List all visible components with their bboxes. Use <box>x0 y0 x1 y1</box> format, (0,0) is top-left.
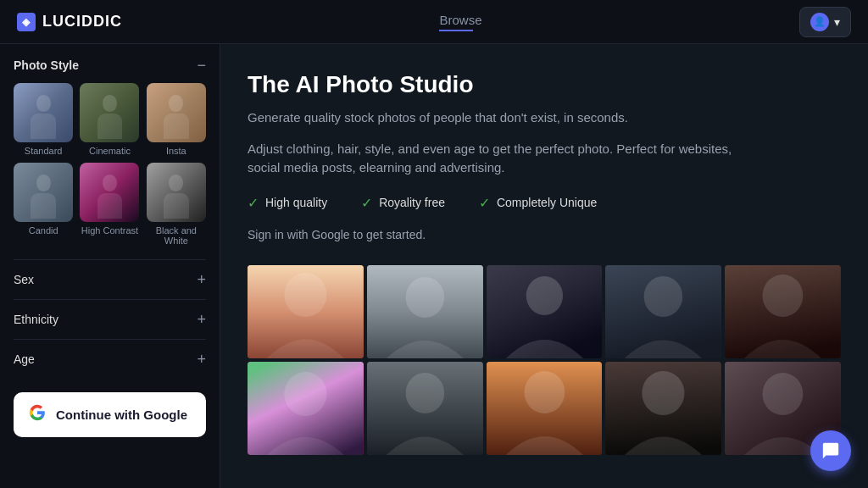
style-label-bw: Black and White <box>147 225 206 246</box>
style-item-bw[interactable]: Black and White <box>147 163 206 246</box>
user-button[interactable]: 👤 ▾ <box>799 7 851 37</box>
ethnicity-label: Ethnicity <box>14 313 58 326</box>
style-thumb-standard <box>14 83 73 142</box>
logo-icon: ◈ <box>17 13 36 31</box>
svg-point-3 <box>405 277 444 318</box>
browse-label[interactable]: Browse <box>439 13 481 27</box>
photo-style-title: Photo Style <box>14 58 79 72</box>
style-label-standard: Standard <box>25 146 63 156</box>
photo-style-grid: Standard Cinematic Insta C <box>14 83 206 246</box>
hero-desc2: Adjust clothing, hair, style, and even a… <box>248 140 756 178</box>
age-expand-icon[interactable]: + <box>197 352 206 367</box>
style-thumb-insta <box>147 83 206 142</box>
style-item-highcontrast[interactable]: High Contrast <box>80 163 139 246</box>
check-icon-2: ✓ <box>361 195 372 211</box>
photo-cell-3 <box>487 265 603 358</box>
photo-grid <box>248 265 841 455</box>
style-item-cinematic[interactable]: Cinematic <box>80 83 139 156</box>
photo-cell-6 <box>248 362 364 455</box>
photo-cell-1 <box>248 265 364 358</box>
photo-cell-7 <box>367 362 483 455</box>
style-item-insta[interactable]: Insta <box>147 83 206 156</box>
google-logo-icon <box>29 404 46 425</box>
style-thumb-bw <box>147 163 206 222</box>
hero-section: The AI Photo Studio Generate quality sto… <box>248 71 841 241</box>
style-thumb-cinematic <box>80 83 139 142</box>
sex-label: Sex <box>14 273 34 286</box>
logo: ◈ LUCIDDIC <box>17 13 122 31</box>
feature-unique-label: Completely Unique <box>497 196 597 209</box>
photo-style-collapse-icon[interactable]: − <box>197 58 206 73</box>
feature-royalty-label: Royality free <box>379 196 445 209</box>
style-label-highcontrast: High Contrast <box>81 225 138 236</box>
svg-point-5 <box>526 276 562 315</box>
browse-nav[interactable]: Browse <box>439 13 481 31</box>
photo-cell-5 <box>725 265 841 358</box>
user-dropdown-icon: ▾ <box>834 15 840 29</box>
check-icon-3: ✓ <box>479 195 490 211</box>
age-label: Age <box>14 352 35 366</box>
google-btn-text: Continue with Google <box>56 408 187 422</box>
photo-cell-4 <box>605 265 721 358</box>
signin-text: Sign in with Google to get started. <box>248 228 841 241</box>
style-label-insta: Insta <box>166 146 186 156</box>
feature-quality-label: High quality <box>265 196 327 209</box>
features-list: ✓ High quality ✓ Royality free ✓ Complet… <box>248 195 841 211</box>
header: ◈ LUCIDDIC Browse 👤 ▾ <box>0 0 868 44</box>
photo-style-section-header: Photo Style − <box>14 58 206 73</box>
check-icon-1: ✓ <box>248 195 259 211</box>
style-label-cinematic: Cinematic <box>89 146 131 156</box>
photo-cell-8 <box>487 362 603 455</box>
svg-point-11 <box>284 372 326 416</box>
svg-point-1 <box>284 273 326 317</box>
sex-expand-icon[interactable]: + <box>197 272 206 287</box>
age-section[interactable]: Age + <box>14 339 206 379</box>
feature-quality: ✓ High quality <box>248 195 327 211</box>
sex-section[interactable]: Sex + <box>14 259 206 299</box>
google-btn-container: Continue with Google <box>14 392 206 444</box>
app-name: LUCIDDIC <box>42 13 122 30</box>
main-layout: Photo Style − Standard Cinematic <box>0 44 868 488</box>
svg-point-9 <box>763 274 804 317</box>
svg-point-13 <box>405 373 444 413</box>
user-avatar: 👤 <box>810 13 829 31</box>
style-label-candid: Candid <box>29 225 58 236</box>
content-area: The AI Photo Studio Generate quality sto… <box>220 44 868 488</box>
google-signin-button[interactable]: Continue with Google <box>14 392 206 437</box>
hero-desc1: Generate quality stock photos of people … <box>248 108 756 128</box>
svg-point-17 <box>643 371 685 415</box>
photo-cell-9 <box>605 362 721 455</box>
chat-button[interactable] <box>810 430 851 471</box>
header-right: 👤 ▾ <box>799 7 851 37</box>
hero-title: The AI Photo Studio <box>248 71 841 98</box>
style-item-candid[interactable]: Candid <box>14 163 73 246</box>
ethnicity-expand-icon[interactable]: + <box>197 312 206 327</box>
svg-point-19 <box>763 373 804 415</box>
feature-unique: ✓ Completely Unique <box>479 195 597 211</box>
nav-indicator <box>439 30 473 31</box>
photo-cell-2 <box>367 265 483 358</box>
feature-royalty: ✓ Royality free <box>361 195 445 211</box>
ethnicity-section[interactable]: Ethnicity + <box>14 299 206 339</box>
svg-point-7 <box>644 276 683 317</box>
style-item-standard[interactable]: Standard <box>14 83 73 156</box>
style-thumb-candid <box>14 163 73 222</box>
svg-point-15 <box>524 371 565 413</box>
sidebar: Photo Style − Standard Cinematic <box>0 44 220 488</box>
style-thumb-highcontrast <box>80 163 139 222</box>
